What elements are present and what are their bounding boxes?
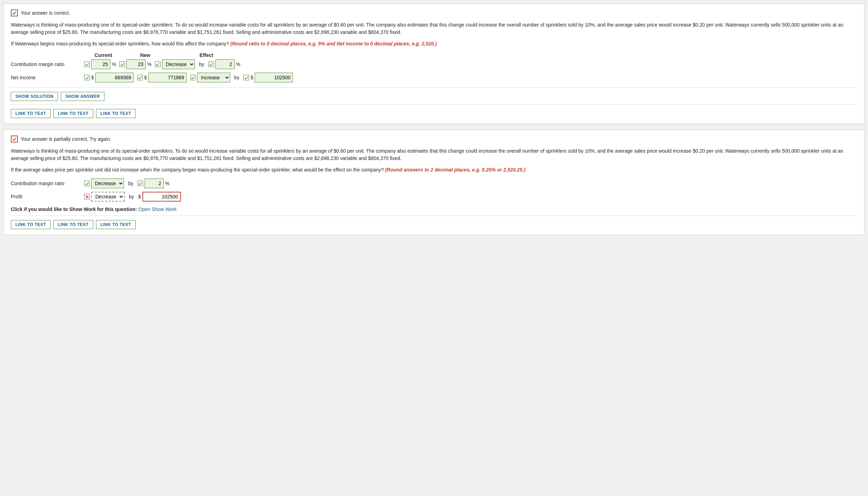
input-current-ni[interactable] bbox=[95, 73, 134, 82]
dollar-new-ni: $ bbox=[144, 75, 147, 80]
link-to-text-1b[interactable]: LINK TO TEXT bbox=[53, 109, 93, 118]
table-row-cmr-2: Contribution margin ratio Decrease Incre… bbox=[11, 178, 857, 188]
status-text-1: Your answer is correct. bbox=[21, 10, 70, 16]
check-new-cmr bbox=[119, 61, 125, 67]
effect-group-profit-2: Decrease Increase by $ bbox=[84, 192, 181, 202]
section-2: Your answer is partially correct. Try ag… bbox=[3, 130, 865, 235]
row-label-cmr: Contribution margin ratio bbox=[11, 61, 84, 67]
input-effect-val-ni[interactable] bbox=[255, 73, 293, 82]
show-answer-btn[interactable]: SHOW ANSWER bbox=[61, 92, 104, 101]
show-work-link[interactable]: Open Show Work bbox=[138, 206, 176, 212]
input-current-cmr[interactable] bbox=[91, 59, 110, 69]
col-header-effect: Effect bbox=[168, 52, 245, 58]
link-to-text-2c[interactable]: LINK TO TEXT bbox=[96, 220, 136, 229]
unit-new-cmr: % bbox=[147, 61, 151, 67]
effect-group-cmr: Decrease Increase by % bbox=[155, 59, 240, 69]
link-to-text-1c[interactable]: LINK TO TEXT bbox=[96, 109, 136, 118]
input-val-profit-2[interactable] bbox=[142, 192, 181, 202]
section-1: Your answer is correct. Waterways is thi… bbox=[3, 3, 865, 124]
problem-text-1: Waterways is thinking of mass-producing … bbox=[11, 21, 857, 36]
check-effect-ni bbox=[190, 75, 196, 80]
table-row-ni: Net income $ $ bbox=[11, 73, 857, 82]
col-header-new: New bbox=[126, 52, 164, 58]
check-effect-cmr bbox=[155, 61, 161, 67]
col-headers: Current New Effect bbox=[84, 52, 857, 58]
check-val-cmr-2 bbox=[138, 181, 143, 186]
answer-status-1: Your answer is correct. bbox=[11, 9, 857, 16]
new-group-cmr: % bbox=[119, 59, 151, 69]
check-effect-val-ni bbox=[243, 75, 249, 80]
question-text-1: If Waterways begins mass-producing its s… bbox=[11, 40, 857, 48]
by-text-profit-2: by bbox=[129, 194, 134, 199]
check-select-cmr-2 bbox=[84, 181, 90, 186]
select-effect-cmr-2[interactable]: Decrease Increase bbox=[91, 178, 124, 188]
link-row-2: LINK TO TEXT LINK TO TEXT LINK TO TEXT bbox=[11, 220, 857, 229]
show-work-label: Click if you would like to Show Work for… bbox=[11, 206, 137, 212]
effect-group-cmr-2: Decrease Increase by % bbox=[84, 178, 169, 188]
new-group-ni: $ bbox=[137, 73, 187, 82]
by-text-cmr: by bbox=[199, 61, 204, 67]
check-new-ni bbox=[137, 75, 143, 80]
input-val-cmr-2[interactable] bbox=[145, 178, 164, 188]
answer-table-1: Current New Effect Contribution margin r… bbox=[11, 52, 857, 82]
input-effect-val-cmr[interactable] bbox=[215, 59, 235, 69]
unit-current-cmr: % bbox=[112, 61, 116, 67]
dollar-effect-ni: $ bbox=[250, 75, 253, 80]
question-text-2: If the average sales price per sprinkler… bbox=[11, 166, 857, 174]
by-text-cmr-2: by bbox=[128, 181, 133, 186]
select-effect-ni[interactable]: Decrease Increase bbox=[197, 73, 230, 82]
effect-group-ni: Decrease Increase by $ bbox=[190, 73, 293, 82]
dollar-profit-2: $ bbox=[138, 194, 141, 199]
partial-icon bbox=[11, 136, 18, 143]
divider-3 bbox=[11, 216, 857, 216]
link-to-text-2b[interactable]: LINK TO TEXT bbox=[53, 220, 93, 229]
status-text-2: Your answer is partially correct. Try ag… bbox=[21, 136, 111, 142]
table-row-cmr: Contribution margin ratio % % bbox=[11, 59, 857, 69]
current-group-ni: $ bbox=[84, 73, 134, 82]
row-label-ni: Net income bbox=[11, 75, 84, 80]
check-effect-val-cmr bbox=[208, 61, 214, 67]
divider-2 bbox=[11, 104, 857, 105]
check-current-cmr bbox=[84, 61, 90, 67]
row-label-profit-2: Profit bbox=[11, 194, 84, 199]
dollar-current-ni: $ bbox=[91, 75, 94, 80]
input-new-ni[interactable] bbox=[148, 73, 187, 82]
check-current-ni bbox=[84, 75, 90, 80]
divider-1 bbox=[11, 87, 857, 88]
answer-status-2: Your answer is partially correct. Try ag… bbox=[11, 136, 857, 143]
link-to-text-1a[interactable]: LINK TO TEXT bbox=[11, 109, 51, 118]
show-work-row: Click if you would like to Show Work for… bbox=[11, 206, 857, 212]
input-new-cmr[interactable] bbox=[126, 59, 146, 69]
round-instruction-1: (Round ratio to 0 decimal places, e.g. 5… bbox=[230, 41, 437, 46]
link-row-1: LINK TO TEXT LINK TO TEXT LINK TO TEXT bbox=[11, 109, 857, 118]
unit-cmr-2: % bbox=[165, 181, 169, 186]
correct-icon bbox=[11, 9, 18, 16]
row-label-cmr-2: Contribution margin ratio bbox=[11, 181, 84, 186]
current-group-cmr: % bbox=[84, 59, 116, 69]
link-to-text-2a[interactable]: LINK TO TEXT bbox=[11, 220, 51, 229]
problem-text-2: Waterways is thinking of mass-producing … bbox=[11, 147, 857, 162]
select-effect-profit-2[interactable]: Decrease Increase bbox=[91, 192, 125, 202]
unit-effect-cmr: % bbox=[236, 61, 240, 67]
table-row-profit-2: Profit Decrease Increase by $ bbox=[11, 192, 857, 202]
round-instruction-2: (Round answers to 2 decimal places, e.g.… bbox=[385, 167, 525, 173]
show-solution-btn[interactable]: SHOW SOLUTION bbox=[11, 92, 58, 101]
col-header-current: Current bbox=[84, 52, 123, 58]
x-select-profit-2 bbox=[84, 194, 90, 199]
btn-row-1: SHOW SOLUTION SHOW ANSWER bbox=[11, 92, 857, 101]
by-text-ni: by bbox=[234, 75, 240, 80]
select-effect-cmr[interactable]: Decrease Increase bbox=[162, 59, 195, 69]
